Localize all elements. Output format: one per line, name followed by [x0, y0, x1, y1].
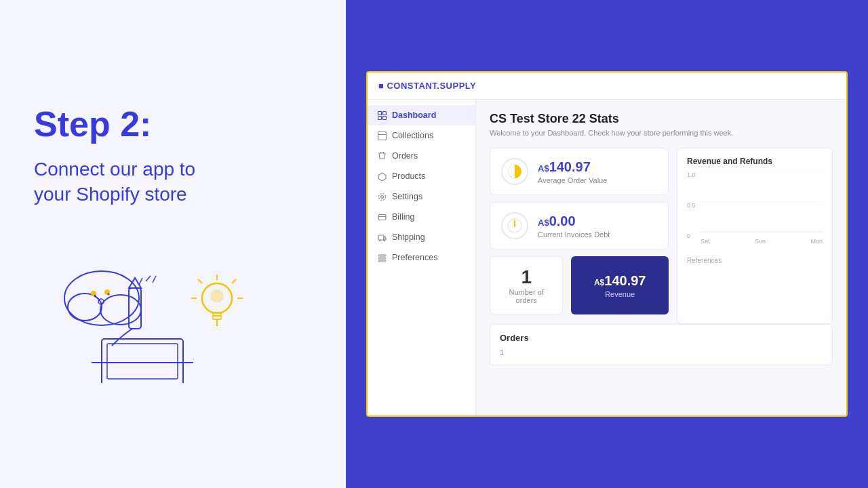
svg-line-18 — [232, 279, 236, 283]
invoices-value: A$0.00 — [538, 214, 657, 229]
chart-x-labels: Sat Sun Mon — [701, 238, 823, 245]
sidebar-label-shipping: Shipping — [392, 232, 425, 242]
sidebar: Dashboard Collections Orders — [368, 100, 476, 415]
chart-svg — [701, 171, 823, 232]
products-icon — [377, 171, 387, 181]
sidebar-label-settings: Settings — [392, 192, 422, 201]
sidebar-item-products[interactable]: Products — [368, 166, 475, 186]
svg-point-1 — [68, 293, 102, 321]
chart-inner: Sat Sun Mon — [701, 171, 823, 253]
sidebar-item-collections[interactable]: Collections — [368, 125, 475, 146]
right-panel: ■ CONSTANT.SUPPLY Dashboard Collections — [346, 0, 868, 488]
revenue-value: A$140.97 — [594, 273, 646, 289]
collections-icon — [377, 131, 387, 140]
app-window: ■ CONSTANT.SUPPLY Dashboard Collections — [366, 71, 848, 417]
dashboard-icon — [377, 110, 387, 120]
step-heading: Step 2: — [34, 105, 312, 144]
illustration — [34, 234, 251, 383]
sidebar-item-preferences[interactable]: Preferences — [368, 247, 475, 268]
page-subtitle: Welcome to your Dashboard. Check how you… — [490, 129, 833, 137]
orders-section-title: Orders — [500, 333, 823, 343]
svg-line-24 — [146, 276, 151, 281]
svg-rect-10 — [102, 339, 183, 383]
svg-rect-29 — [382, 116, 386, 119]
svg-marker-32 — [378, 173, 386, 181]
sidebar-item-orders[interactable]: Orders — [368, 146, 475, 166]
svg-rect-42 — [378, 260, 386, 262]
sidebar-item-billing[interactable]: Billing — [368, 207, 475, 227]
step-subtitle: Connect our app to your Shopify store — [34, 157, 312, 207]
svg-rect-26 — [378, 111, 381, 115]
svg-point-6 — [108, 293, 110, 295]
avg-order-label: Average Order Value — [538, 176, 657, 184]
sidebar-label-collections: Collections — [392, 131, 433, 140]
svg-point-33 — [380, 195, 383, 198]
svg-point-45 — [514, 225, 516, 227]
app-logo: ■ CONSTANT.SUPPLY — [378, 81, 476, 91]
svg-rect-35 — [378, 214, 386, 220]
invoices-info: A$0.00 Current Invoices Debt — [538, 214, 657, 239]
right-chart-panel: Revenue and Refunds 1.0 0.5 0 — [677, 148, 833, 324]
avg-order-value: A$140.97 — [538, 159, 657, 175]
chart-area: 1.0 0.5 0 — [687, 171, 823, 253]
page-title: CS Test Store 22 Stats — [490, 112, 833, 126]
sidebar-item-shipping[interactable]: Shipping — [368, 227, 475, 247]
sidebar-label-billing: Billing — [392, 212, 414, 222]
invoices-card: A$0.00 Current Invoices Debt — [490, 202, 669, 249]
billing-icon — [377, 212, 387, 222]
svg-point-39 — [383, 240, 384, 241]
svg-point-38 — [379, 240, 380, 241]
settings-icon — [377, 192, 387, 201]
num-orders-label: Number of orders — [501, 288, 551, 304]
avg-order-card: A$140.97 Average Order Value — [490, 148, 669, 195]
invoices-label: Current Invoices Debt — [538, 230, 657, 239]
orders-icon — [377, 151, 387, 161]
num-orders-value: 1 — [501, 266, 551, 288]
chart-title: Revenue and Refunds — [687, 157, 823, 166]
app-header: ■ CONSTANT.SUPPLY — [368, 73, 846, 100]
svg-line-25 — [153, 276, 156, 283]
svg-rect-27 — [382, 111, 386, 115]
avg-order-info: A$140.97 Average Order Value — [538, 159, 657, 184]
sidebar-label-products: Products — [392, 171, 425, 181]
svg-rect-37 — [378, 235, 384, 240]
top-row: A$140.97 Average Order Value — [490, 148, 833, 324]
avg-order-icon — [501, 158, 528, 185]
svg-point-14 — [210, 289, 224, 303]
left-stats: A$140.97 Average Order Value — [490, 148, 669, 324]
sidebar-label-orders: Orders — [392, 151, 418, 161]
sidebar-label-dashboard: Dashboard — [392, 110, 436, 120]
main-content: CS Test Store 22 Stats Welcome to your D… — [476, 100, 846, 415]
svg-rect-11 — [107, 344, 178, 379]
sidebar-item-dashboard[interactable]: Dashboard — [368, 105, 475, 125]
chart-y-labels: 1.0 0.5 0 — [687, 171, 696, 239]
svg-point-0 — [64, 271, 139, 325]
svg-point-5 — [94, 294, 96, 296]
sidebar-label-preferences: Preferences — [392, 253, 437, 262]
svg-rect-28 — [378, 116, 381, 119]
revenue-label: Revenue — [605, 290, 635, 298]
revenue-card: A$140.97 Revenue — [571, 256, 669, 314]
orders-count: 1 — [500, 348, 823, 357]
svg-point-34 — [378, 193, 385, 200]
left-panel: Step 2: Connect our app to your Shopify … — [0, 0, 346, 488]
orders-section: Orders 1 — [490, 324, 833, 365]
bottom-stats: 1 Number of orders A$140.97 Revenue — [490, 256, 669, 314]
num-orders-card: 1 Number of orders — [490, 256, 563, 314]
svg-line-23 — [139, 278, 142, 285]
svg-line-20 — [198, 279, 202, 283]
chart-panel: Revenue and Refunds 1.0 0.5 0 — [677, 148, 833, 324]
invoices-icon — [501, 212, 528, 239]
svg-rect-30 — [378, 131, 386, 140]
sidebar-item-settings[interactable]: Settings — [368, 186, 475, 207]
svg-rect-41 — [378, 258, 386, 259]
svg-rect-16 — [213, 316, 221, 319]
shipping-icon — [377, 232, 387, 242]
svg-rect-40 — [378, 255, 386, 256]
app-body: Dashboard Collections Orders — [368, 100, 846, 415]
preferences-icon — [377, 253, 387, 262]
chart-references: References — [687, 257, 823, 264]
